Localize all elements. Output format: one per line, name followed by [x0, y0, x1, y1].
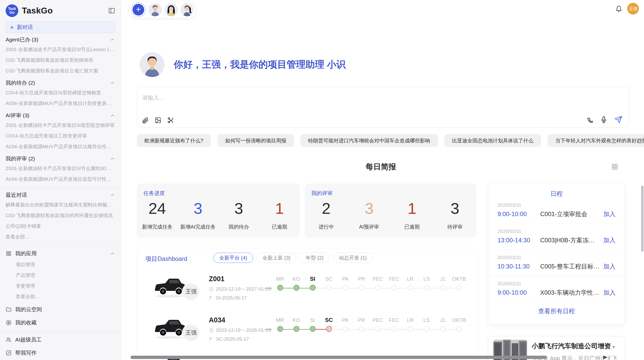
plus-icon: + [10, 24, 14, 31]
list-item[interactable]: Z001-全新燃油轻卡产品开发项目SI造型提交物评审 [6, 120, 115, 131]
stat-in-progress: 2进行中 [305, 199, 348, 230]
greeting-block: 你好，王强，我是你的项目管理助理 小识 [140, 52, 346, 77]
project-dates: 2023-12-19 ~ 2027-01-19 [216, 286, 271, 292]
agent-switcher: + [128, 1, 196, 18]
tab-new-platform[interactable]: 全新平台 (4) [213, 253, 253, 263]
new-chat-button[interactable]: + 新对话 [6, 21, 115, 33]
member-avatar[interactable] [149, 3, 162, 16]
suggestion-chip[interactable]: 比亚迪全固态电池计划具体说了什么 [444, 134, 541, 147]
list-item[interactable]: 解释最新出台的欧盟报废车法规再生塑料比例被调至15%... [6, 200, 115, 210]
section-my-review[interactable]: 我的评审 (2) [6, 154, 115, 163]
layout-grid-icon[interactable] [611, 163, 618, 170]
chevron-up-icon[interactable] [110, 251, 115, 256]
sidebar-item-project-mgmt[interactable]: 项目管理 [6, 259, 115, 270]
plus-icon: + [136, 5, 141, 14]
list-item[interactable]: C0X4-动力总成开发项目工程变更评审 [6, 131, 115, 141]
suggestion-chip[interactable]: 特朗普可能对进口汽车增税会对中国车企造成哪些影响 [300, 134, 438, 147]
sidebar-collapse-icon[interactable] [108, 7, 115, 14]
chevron-up-icon[interactable] [110, 37, 115, 42]
attachment-icon[interactable] [142, 117, 149, 124]
sidebar-item-product-mgmt[interactable]: 产品管理 [6, 270, 115, 281]
project-row[interactable]: 王强 Z001 2023-12-19 ~ 2027-01-19 SI-2025-… [137, 274, 478, 309]
schedule-date: 2025/03/11 [497, 281, 616, 287]
schedule-card: 日程 2025/03/11 9:00-10:00 C001-立项审批会 加入 2… [488, 183, 625, 324]
divider [0, 188, 121, 188]
milestone-track: MR KO SI SC PA PR PEC FEC LR LS J1 OKTB [272, 315, 467, 332]
chevron-up-icon[interactable] [110, 192, 115, 198]
app-title: TaskGo [22, 6, 53, 16]
app-logo: TaskGo [6, 4, 18, 17]
list-item[interactable]: 公司Q3轻卡销量 [6, 221, 115, 232]
stat-overdue: 1已逾期 [391, 199, 434, 230]
list-item[interactable]: A034-全新新能源MUV产品开发项目计划变更表编写 [6, 98, 115, 109]
member-avatar[interactable] [181, 3, 194, 16]
horizontal-scrollbar-thumb[interactable] [130, 356, 547, 359]
section-recent-chats[interactable]: 最近对话 [6, 190, 115, 200]
dashboard-tabs: 全新平台 (4) 全新上装 (3) 年型 (2) 动总开发 (1) [213, 253, 373, 263]
suggestion-chip[interactable]: 当下年轻人对汽车外观有怎样的喜好趋势 [548, 134, 644, 147]
member-avatar[interactable] [165, 3, 178, 16]
schedule-item[interactable]: 2025/03/11 9:00-10:00 X003-车辆动力学性能验... 加… [488, 276, 625, 303]
tab-year-model[interactable]: 年型 (2) [300, 253, 329, 263]
list-item[interactable]: Z001-全新燃油轻卡产品开发项目SI节点属性5D文件评审 [6, 163, 115, 174]
schedule-name: X003-车辆动力学性能验... [540, 289, 600, 297]
view-all-schedule-link[interactable]: 查看所有日程 [488, 307, 625, 315]
view-all-link[interactable]: 查看全部... [6, 291, 115, 302]
sidebar: TaskGo TaskGo + 新对话 Agent已办 (3) Z001-全新燃… [0, 0, 121, 360]
card-title: 任务进度 [143, 190, 300, 197]
clock-icon [209, 287, 214, 292]
scissors-icon[interactable] [167, 117, 174, 124]
sidebar-item-change-mgmt[interactable]: 变更管理 [6, 281, 115, 291]
view-all-link[interactable]: 查看全部... [6, 232, 115, 242]
project-row[interactable]: 王强 A034 2023-12-19 ~ 2026-01-19 SC-2025-… [137, 315, 478, 350]
join-link[interactable]: 加入 [603, 236, 616, 244]
project-dates: 2023-12-19 ~ 2026-01-19 [216, 327, 271, 333]
list-item[interactable]: A034-全新新能源MUV产品开发项目造型可行性评审 [6, 174, 115, 185]
phone-icon[interactable] [586, 116, 593, 124]
join-link[interactable]: 加入 [603, 289, 616, 297]
sidebar-item-ai-employee[interactable]: AI超级员工 [6, 334, 115, 346]
suggestion-chip[interactable]: 如何写一份清晰的项目周报 [217, 134, 294, 147]
send-icon[interactable] [614, 116, 622, 124]
chevron-up-icon[interactable] [110, 156, 115, 161]
message-input[interactable] [142, 94, 619, 110]
list-item[interactable]: C0X4-动力总成开发项目SI里程碑提交物检查 [6, 87, 115, 98]
sidebar-item-my-apps[interactable]: 我的应用 [6, 248, 115, 259]
chevron-up-icon[interactable] [110, 113, 115, 118]
stat-new-done: 24新增完成任务 [137, 199, 178, 230]
sidebar-item-write-helper[interactable]: 帮我写作 [6, 347, 115, 359]
section-ai-review[interactable]: AI评审 (3) [6, 111, 115, 120]
join-link[interactable]: 加入 [603, 210, 616, 218]
user-avatar[interactable]: 王强 [627, 3, 639, 14]
stat-my-todo: 3我的待办 [218, 199, 259, 230]
image-icon[interactable] [154, 117, 162, 124]
chevron-up-icon[interactable] [110, 80, 115, 86]
schedule-item[interactable]: 2025/03/11 10:30-11:30 C005-整车工程目标评审 加入 [488, 250, 625, 276]
add-agent-button[interactable]: + [131, 2, 146, 17]
sidebar-item-cloud-space[interactable]: 我的云空间 [6, 304, 115, 315]
tab-new-body[interactable]: 全新上装 (3) [257, 253, 296, 263]
task-progress-card: 任务进度 24新增完成任务 3新增AI完成任务 3我的待办 1已逾期 [137, 184, 300, 238]
project-next-milestone: SC-2025-05-17 [216, 336, 249, 342]
list-item[interactable]: Z001-全新燃油皮卡产品开发项目SI节点Lesson Learn报告 [6, 44, 115, 55]
section-agent-done[interactable]: Agent已办 (3) [6, 35, 115, 44]
notification-bell-icon[interactable] [615, 5, 623, 13]
schedule-item[interactable]: 2025/03/11 9:00-10:00 C001-立项审批会 加入 [488, 198, 625, 224]
section-my-todo[interactable]: 我的待办 (2) [6, 78, 115, 87]
flag-icon [209, 296, 214, 301]
schedule-item[interactable]: 2025/03/11 13:00-14:30 C003|H0B-方案冻结评审 加… [488, 224, 625, 250]
scroll-right-icon[interactable]: ▶ [603, 354, 607, 360]
list-item[interactable]: A034-全新新能源MUV产品开发项目法规符合性评审 [6, 141, 115, 152]
scroll-down-icon[interactable]: ▼ [611, 345, 616, 350]
vertical-scrollbar-thumb[interactable] [641, 186, 643, 252]
microphone-icon[interactable] [600, 116, 608, 124]
list-item[interactable]: C02-飞腾新能源轻客改款项目的闭环通告反馈情况 [6, 210, 115, 221]
daily-briefing-header: 每日简报 [137, 161, 625, 172]
sidebar-item-favorites[interactable]: 我的收藏 [6, 317, 115, 328]
suggestion-chip[interactable]: 欧洲新规最近颁布了什么? [137, 134, 211, 147]
list-item[interactable]: C02-飞腾新能源轻客改款项目里程碑画布 [6, 55, 115, 66]
join-link[interactable]: 加入 [603, 262, 616, 271]
list-item[interactable]: C02-飞腾新能源轻客改款项目立项汇报方案 [6, 66, 115, 76]
stat-pending-review: 3待评审 [433, 199, 476, 230]
tab-powertrain[interactable]: 动总开发 (1) [333, 253, 373, 263]
